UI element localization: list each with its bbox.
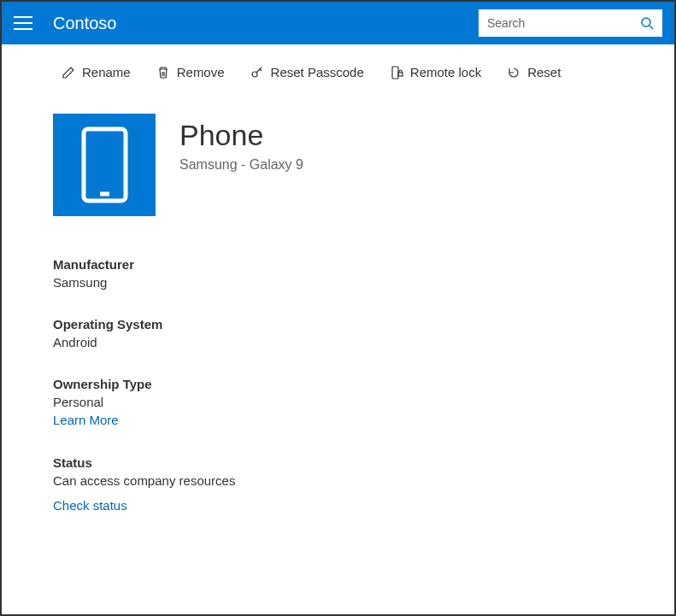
remote-lock-label: Remote lock xyxy=(410,65,481,79)
os-value: Android xyxy=(53,335,674,349)
reset-passcode-button[interactable]: Reset Passcode xyxy=(250,65,364,79)
svg-line-1 xyxy=(650,26,653,29)
trash-icon xyxy=(156,66,170,79)
device-summary: Phone Samsung - Galaxy 9 xyxy=(2,79,674,216)
remote-lock-button[interactable]: Remote lock xyxy=(390,65,481,79)
device-title: Phone xyxy=(179,119,303,152)
device-details: Manufacturer Samsung Operating System An… xyxy=(2,216,674,513)
remove-button[interactable]: Remove xyxy=(156,65,225,79)
manufacturer-label: Manufacturer xyxy=(53,257,674,272)
reset-passcode-label: Reset Passcode xyxy=(271,65,364,79)
svg-rect-5 xyxy=(84,129,126,201)
svg-rect-4 xyxy=(398,73,403,76)
search-icon xyxy=(640,16,654,30)
os-label: Operating System xyxy=(53,317,674,331)
search-box[interactable] xyxy=(479,9,662,37)
pencil-icon xyxy=(62,66,75,79)
ownership-value: Personal xyxy=(53,395,674,409)
phone-lock-icon xyxy=(390,66,403,79)
device-tile xyxy=(53,114,156,216)
status-label: Status xyxy=(53,455,674,470)
hamburger-menu-icon[interactable] xyxy=(14,12,36,34)
check-status-link[interactable]: Check status xyxy=(53,498,127,513)
reset-label: Reset xyxy=(527,65,561,79)
brand-name: Contoso xyxy=(53,14,117,33)
manufacturer-block: Manufacturer Samsung xyxy=(53,257,674,290)
app-header: Contoso xyxy=(2,2,674,44)
ownership-label: Ownership Type xyxy=(53,377,674,391)
remove-label: Remove xyxy=(177,65,225,79)
action-toolbar: Rename Remove Reset Passcode Remote lock… xyxy=(2,44,674,79)
phone-icon xyxy=(81,126,128,203)
ownership-block: Ownership Type Personal Learn More xyxy=(53,377,674,428)
svg-point-0 xyxy=(642,18,650,26)
status-value: Can access company resources xyxy=(53,473,674,488)
reset-button[interactable]: Reset xyxy=(507,65,561,79)
rename-label: Rename xyxy=(82,65,131,79)
device-subtitle: Samsung - Galaxy 9 xyxy=(179,157,303,173)
learn-more-link[interactable]: Learn More xyxy=(53,413,119,427)
key-icon xyxy=(250,66,264,79)
status-block: Status Can access company resources Chec… xyxy=(53,455,674,513)
rename-button[interactable]: Rename xyxy=(62,65,131,79)
search-input[interactable] xyxy=(487,16,640,30)
device-info: Phone Samsung - Galaxy 9 xyxy=(179,114,303,173)
os-block: Operating System Android xyxy=(53,317,674,349)
reset-icon xyxy=(507,66,520,79)
svg-rect-3 xyxy=(392,67,398,79)
manufacturer-value: Samsung xyxy=(53,275,674,290)
